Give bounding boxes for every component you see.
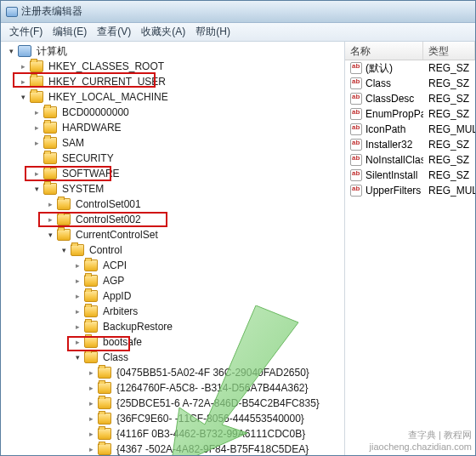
tree-label: ControlSet001 xyxy=(74,197,143,211)
tree-node-system[interactable]: SYSTEM xyxy=(1,181,344,197)
list-row[interactable]: (默认)REG_SZ xyxy=(345,60,475,76)
expander-icon[interactable] xyxy=(45,199,55,209)
tree-node-arbiters[interactable]: Arbiters xyxy=(1,304,344,319)
tree-node-guid[interactable]: {25DBCE51-6 A-72A-846D-B54C2B4FC835} xyxy=(1,396,344,411)
tree-node-hardware[interactable]: HARDWARE xyxy=(1,120,344,135)
expander-icon[interactable] xyxy=(45,214,55,225)
tree-node-bootsafe[interactable]: bootsafe xyxy=(1,334,344,350)
expander-icon[interactable] xyxy=(18,92,28,102)
string-value-icon xyxy=(350,169,362,181)
folder-icon xyxy=(43,137,57,149)
tree: 计算机 HKEY_CLASSES_ROOT HKEY_CURRENT_USER … xyxy=(1,42,344,455)
tree-node-acpi[interactable]: ACPI xyxy=(1,258,344,273)
menu-view[interactable]: 查看(V) xyxy=(92,23,136,41)
expander-icon[interactable] xyxy=(31,168,42,179)
expander-icon[interactable] xyxy=(86,444,96,454)
expander-icon[interactable] xyxy=(72,337,82,347)
list-row[interactable]: Installer32REG_SZ xyxy=(345,137,475,152)
tree-label: {4367 -502A-4A82-9F84-B75F418C5DEA} xyxy=(115,442,310,455)
tree-node-sam[interactable]: SAM xyxy=(1,135,344,151)
titlebar[interactable]: 注册表编辑器 xyxy=(1,1,475,23)
expander-icon[interactable] xyxy=(6,46,16,56)
list-row[interactable]: IconPathREG_MULT xyxy=(345,122,475,137)
list-row[interactable]: EnumPropPag...REG_SZ xyxy=(345,106,475,122)
tree-node-cs002[interactable]: ControlSet002 xyxy=(1,212,344,227)
tree-node-guid[interactable]: {4116F 0B3-4462-B732-99A6111CDC0B} xyxy=(1,426,344,442)
expander-icon[interactable] xyxy=(31,107,42,117)
tree-node-guid[interactable]: {1264760F-A5C8- -B314-D56A7B44A362} xyxy=(1,380,344,396)
tree-node-hklm[interactable]: HKEY_LOCAL_MACHINE xyxy=(1,89,344,105)
tree-node-class[interactable]: Class xyxy=(1,350,344,365)
expander-icon[interactable] xyxy=(72,306,82,316)
cell-type: REG_SZ xyxy=(423,169,475,181)
tree-node-guid[interactable]: {36FC9E60- -11CF-8056-444553540000} xyxy=(1,411,344,426)
list-row[interactable]: NoInstallClassREG_SZ xyxy=(345,152,475,168)
tree-node-security[interactable]: SECURITY xyxy=(1,151,344,166)
menu-edit[interactable]: 编辑(E) xyxy=(48,23,92,41)
tree-node-software[interactable]: SOFTWARE xyxy=(1,166,344,181)
col-type[interactable]: 类型 xyxy=(423,42,475,60)
tree-node-backup[interactable]: BackupRestore xyxy=(1,319,344,334)
folder-icon xyxy=(71,244,84,256)
tree-label: Control xyxy=(88,243,124,257)
expander-icon[interactable] xyxy=(86,429,96,439)
list-header: 名称 类型 xyxy=(345,42,475,60)
list-row[interactable]: UpperFiltersREG_MULT xyxy=(345,183,475,198)
folder-icon xyxy=(84,321,98,333)
expander-icon[interactable] xyxy=(72,291,82,301)
tree-label: {25DBCE51-6 A-72A-846D-B54C2B4FC835} xyxy=(115,396,321,410)
tree-node-computer[interactable]: 计算机 xyxy=(1,43,344,59)
expander-icon[interactable] xyxy=(86,398,96,408)
list-panel[interactable]: 名称 类型 (默认)REG_SZClassREG_SZClassDescREG_… xyxy=(345,42,475,455)
folder-icon xyxy=(84,351,98,363)
tree-node-hkcu[interactable]: HKEY_CURRENT_USER xyxy=(1,74,344,89)
expander-icon[interactable] xyxy=(18,77,28,87)
expander-icon[interactable] xyxy=(86,383,96,393)
menu-file[interactable]: 文件(F) xyxy=(4,23,48,41)
tree-node-appid[interactable]: AppID xyxy=(1,288,344,304)
tree-node-hkcr[interactable]: HKEY_CLASSES_ROOT xyxy=(1,59,344,74)
expander-icon[interactable] xyxy=(72,322,82,332)
tree-panel[interactable]: 计算机 HKEY_CLASSES_ROOT HKEY_CURRENT_USER … xyxy=(1,42,345,455)
expander-icon[interactable] xyxy=(31,138,42,148)
tree-node-agp[interactable]: AGP xyxy=(1,273,344,288)
tree-label: ControlSet002 xyxy=(74,213,143,226)
value-name: (默认) xyxy=(366,62,393,74)
tree-label: AppID xyxy=(101,289,133,303)
expander-icon[interactable] xyxy=(59,245,69,255)
tree-node-ccs[interactable]: CurrentControlSet xyxy=(1,227,344,242)
expander-icon[interactable] xyxy=(72,260,82,271)
folder-icon xyxy=(98,413,111,425)
expander-icon[interactable] xyxy=(86,413,96,424)
cell-type: REG_SZ xyxy=(423,62,475,74)
tree-node-guid[interactable]: {4367 -502A-4A82-9F84-B75F418C5DEA} xyxy=(1,442,344,455)
string-value-icon xyxy=(350,62,362,74)
col-name[interactable]: 名称 xyxy=(345,42,423,60)
value-name: ClassDesc xyxy=(366,93,414,105)
folder-icon xyxy=(57,214,71,225)
tree-label: SYSTEM xyxy=(60,182,105,196)
tree-node-guid[interactable]: {0475BB51-5A02-4F 36C-29040FAD2650} xyxy=(1,365,344,380)
expander-icon[interactable] xyxy=(86,368,96,378)
cell-name: NoInstallClass xyxy=(345,154,423,167)
expander-icon[interactable] xyxy=(31,184,42,194)
list-row[interactable]: ClassREG_SZ xyxy=(345,76,475,91)
tree-label: Arbiters xyxy=(101,305,139,318)
list-row[interactable]: ClassDescREG_SZ xyxy=(345,91,475,106)
folder-icon xyxy=(84,259,98,271)
tree-node-cs001[interactable]: ControlSet001 xyxy=(1,197,344,212)
expander-icon[interactable] xyxy=(45,230,55,240)
menu-help[interactable]: 帮助(H) xyxy=(190,23,235,41)
tree-node-control[interactable]: Control xyxy=(1,242,344,258)
list-row[interactable]: SilentInstallREG_SZ xyxy=(345,168,475,183)
expander-icon[interactable] xyxy=(72,352,82,362)
expander-icon[interactable] xyxy=(72,276,82,286)
expander-icon[interactable] xyxy=(18,61,28,71)
tree-label: 计算机 xyxy=(35,43,69,60)
cell-name: Class xyxy=(345,77,423,90)
menu-favorites[interactable]: 收藏夹(A) xyxy=(136,23,190,41)
folder-icon xyxy=(84,336,98,348)
tree-node-bcd[interactable]: BCD00000000 xyxy=(1,105,344,120)
cell-type: REG_SZ xyxy=(423,93,475,105)
expander-icon[interactable] xyxy=(31,123,42,133)
